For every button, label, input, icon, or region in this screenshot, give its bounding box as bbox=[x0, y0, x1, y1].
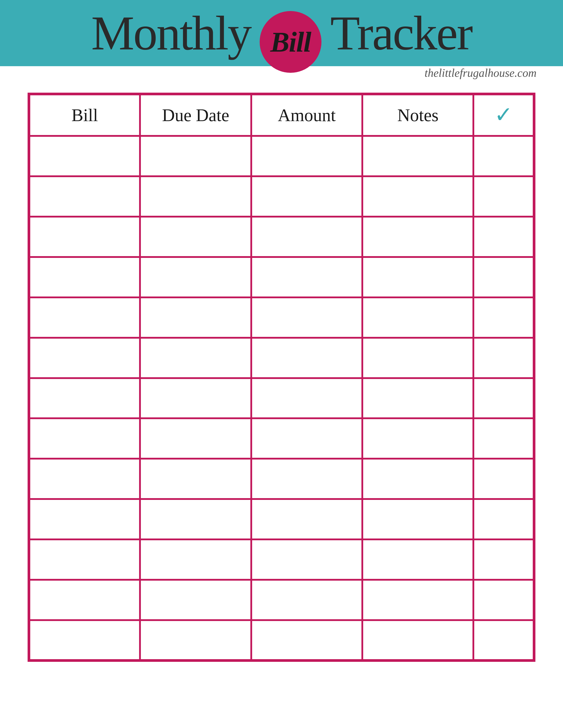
cell-due-date-4[interactable] bbox=[140, 257, 251, 297]
cell-bill-1[interactable] bbox=[29, 136, 140, 176]
cell-notes-3[interactable] bbox=[362, 217, 473, 257]
table-row bbox=[29, 620, 534, 660]
cell-notes-13[interactable] bbox=[362, 620, 473, 660]
page: Monthly Bill Tracker thelittlefrugalhous… bbox=[0, 0, 563, 728]
header-checkmark-icon: ✓ bbox=[494, 103, 513, 127]
cell-due-date-10[interactable] bbox=[140, 499, 251, 539]
cell-amount-7[interactable] bbox=[251, 378, 362, 418]
cell-amount-1[interactable] bbox=[251, 136, 362, 176]
cell-due-date-3[interactable] bbox=[140, 217, 251, 257]
title-container: Monthly Bill Tracker bbox=[91, 0, 472, 73]
bill-text: Bill bbox=[270, 25, 311, 58]
cell-bill-6[interactable] bbox=[29, 338, 140, 378]
cell-notes-9[interactable] bbox=[362, 459, 473, 499]
cell-amount-6[interactable] bbox=[251, 338, 362, 378]
cell-bill-4[interactable] bbox=[29, 257, 140, 297]
tracker-table: Bill Due Date Amount Notes ✓ bbox=[28, 93, 535, 662]
col-header-check: ✓ bbox=[473, 94, 534, 136]
cell-check-10[interactable] bbox=[473, 499, 534, 539]
cell-amount-4[interactable] bbox=[251, 257, 362, 297]
teal-bar: Monthly Bill Tracker thelittlefrugalhous… bbox=[0, 0, 563, 66]
cell-due-date-13[interactable] bbox=[140, 620, 251, 660]
cell-due-date-1[interactable] bbox=[140, 136, 251, 176]
cell-notes-8[interactable] bbox=[362, 418, 473, 459]
cell-due-date-11[interactable] bbox=[140, 539, 251, 580]
cell-amount-5[interactable] bbox=[251, 297, 362, 338]
table-row bbox=[29, 217, 534, 257]
cell-bill-12[interactable] bbox=[29, 580, 140, 620]
table-row bbox=[29, 459, 534, 499]
table-row bbox=[29, 297, 534, 338]
cell-bill-10[interactable] bbox=[29, 499, 140, 539]
cell-bill-9[interactable] bbox=[29, 459, 140, 499]
cell-bill-7[interactable] bbox=[29, 378, 140, 418]
cell-amount-8[interactable] bbox=[251, 418, 362, 459]
cell-due-date-2[interactable] bbox=[140, 176, 251, 217]
cell-check-3[interactable] bbox=[473, 217, 534, 257]
cell-notes-11[interactable] bbox=[362, 539, 473, 580]
cell-notes-12[interactable] bbox=[362, 580, 473, 620]
cell-check-4[interactable] bbox=[473, 257, 534, 297]
cell-bill-3[interactable] bbox=[29, 217, 140, 257]
cell-check-1[interactable] bbox=[473, 136, 534, 176]
cell-check-7[interactable] bbox=[473, 378, 534, 418]
cell-notes-5[interactable] bbox=[362, 297, 473, 338]
cell-due-date-6[interactable] bbox=[140, 338, 251, 378]
header-area: Monthly Bill Tracker thelittlefrugalhous… bbox=[0, 0, 563, 66]
table-wrapper: Bill Due Date Amount Notes ✓ bbox=[28, 93, 535, 728]
cell-notes-4[interactable] bbox=[362, 257, 473, 297]
cell-check-5[interactable] bbox=[473, 297, 534, 338]
cell-notes-1[interactable] bbox=[362, 136, 473, 176]
table-row bbox=[29, 418, 534, 459]
cell-check-9[interactable] bbox=[473, 459, 534, 499]
table-row bbox=[29, 580, 534, 620]
table-row bbox=[29, 539, 534, 580]
cell-bill-5[interactable] bbox=[29, 297, 140, 338]
cell-amount-9[interactable] bbox=[251, 459, 362, 499]
cell-due-date-8[interactable] bbox=[140, 418, 251, 459]
cell-check-6[interactable] bbox=[473, 338, 534, 378]
cell-check-2[interactable] bbox=[473, 176, 534, 217]
cell-amount-12[interactable] bbox=[251, 580, 362, 620]
cell-notes-2[interactable] bbox=[362, 176, 473, 217]
cell-amount-13[interactable] bbox=[251, 620, 362, 660]
cell-check-8[interactable] bbox=[473, 418, 534, 459]
bill-circle: Bill bbox=[259, 11, 322, 73]
cell-check-13[interactable] bbox=[473, 620, 534, 660]
table-row bbox=[29, 338, 534, 378]
cell-bill-11[interactable] bbox=[29, 539, 140, 580]
cell-notes-10[interactable] bbox=[362, 499, 473, 539]
title-monthly: Monthly bbox=[91, 9, 251, 57]
col-header-bill: Bill bbox=[29, 94, 140, 136]
cell-check-12[interactable] bbox=[473, 580, 534, 620]
cell-due-date-5[interactable] bbox=[140, 297, 251, 338]
cell-amount-2[interactable] bbox=[251, 176, 362, 217]
table-row bbox=[29, 257, 534, 297]
col-header-due-date: Due Date bbox=[140, 94, 251, 136]
cell-due-date-7[interactable] bbox=[140, 378, 251, 418]
table-row bbox=[29, 136, 534, 176]
website-url: thelittlefrugalhouse.com bbox=[425, 66, 537, 79]
cell-bill-2[interactable] bbox=[29, 176, 140, 217]
cell-bill-13[interactable] bbox=[29, 620, 140, 660]
cell-due-date-12[interactable] bbox=[140, 580, 251, 620]
cell-notes-7[interactable] bbox=[362, 378, 473, 418]
table-header-row: Bill Due Date Amount Notes ✓ bbox=[29, 94, 534, 136]
cell-amount-10[interactable] bbox=[251, 499, 362, 539]
cell-check-11[interactable] bbox=[473, 539, 534, 580]
cell-amount-3[interactable] bbox=[251, 217, 362, 257]
table-row bbox=[29, 499, 534, 539]
cell-due-date-9[interactable] bbox=[140, 459, 251, 499]
table-row bbox=[29, 378, 534, 418]
title-tracker: Tracker bbox=[330, 9, 472, 57]
cell-amount-11[interactable] bbox=[251, 539, 362, 580]
col-header-notes: Notes bbox=[362, 94, 473, 136]
cell-notes-6[interactable] bbox=[362, 338, 473, 378]
table-row bbox=[29, 176, 534, 217]
col-header-amount: Amount bbox=[251, 94, 362, 136]
cell-bill-8[interactable] bbox=[29, 418, 140, 459]
